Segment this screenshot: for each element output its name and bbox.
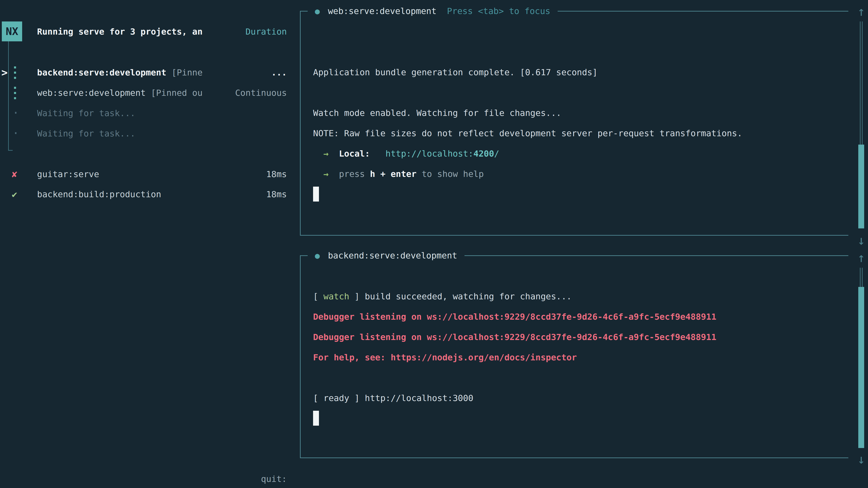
scroll-up-icon[interactable]: ↑ xyxy=(855,1,868,22)
waiting-dot-icon: · xyxy=(12,103,21,123)
log-line: → Local: http://localhost:4200/ xyxy=(313,143,842,164)
log-line: [ watch ] build succeeded, watching for … xyxy=(313,286,842,306)
task-duration: 18ms xyxy=(266,164,287,184)
log-line xyxy=(313,42,842,62)
log-line: → press h + enter to show help xyxy=(313,164,842,184)
task-duration: 18ms xyxy=(266,184,287,204)
panel-header: ● web:serve:development Press <tab> to f… xyxy=(300,1,848,21)
run-summary-title: Running serve for 3 projects, an xyxy=(37,22,203,42)
task-label: Waiting for task... xyxy=(37,123,135,144)
log-line: Application bundle generation complete. … xyxy=(313,62,842,83)
task-status-dot-icon: ● xyxy=(315,251,320,260)
log-line xyxy=(313,408,842,429)
log-line xyxy=(313,184,842,204)
log-line xyxy=(313,22,842,42)
scrollbar-track xyxy=(860,268,863,287)
quit-hint-label: quit: xyxy=(261,474,287,484)
log-line xyxy=(313,367,842,388)
log-line: Debugger listening on ws://localhost:922… xyxy=(313,327,842,347)
key-hints: quit: q help: ? xyxy=(227,449,287,488)
task-status-value: Continuous xyxy=(235,83,287,103)
nx-logo: NX xyxy=(2,22,22,41)
log-line: For help, see: https://nodejs.org/en/doc… xyxy=(313,347,842,367)
log-line: NOTE: Raw file sizes do not reflect deve… xyxy=(313,123,842,143)
pager: ← 1/1 → xyxy=(8,469,58,488)
panel-border xyxy=(300,255,308,256)
sidebar-header: Running serve for 3 projects, an Duratio… xyxy=(0,22,287,42)
log-line: Debugger listening on ws://localhost:922… xyxy=(313,306,842,327)
scrollbar-track xyxy=(860,22,863,144)
panel-border xyxy=(300,256,301,458)
scrollbar-thumb[interactable] xyxy=(858,287,864,448)
success-check-icon: ✔ xyxy=(12,184,21,204)
panel-header: ● backend:serve:development xyxy=(300,246,848,266)
task-row[interactable]: ·Waiting for task... xyxy=(0,103,287,123)
panel-border xyxy=(300,11,308,11)
panel-title: backend:serve:development xyxy=(328,251,457,260)
scroll-up-icon[interactable]: ↑ xyxy=(855,248,868,268)
task-label: backend:serve:development [Pinne xyxy=(37,62,203,83)
panel-border xyxy=(300,457,848,458)
completed-task-row[interactable]: ✔backend:build:production18ms xyxy=(0,184,287,204)
scrollbar-thumb[interactable] xyxy=(858,144,864,228)
spinner-icon xyxy=(12,83,21,103)
task-row[interactable]: ·Waiting for task... xyxy=(0,123,287,144)
task-row[interactable]: web:serve:development [Pinned ouContinuo… xyxy=(0,83,287,103)
completed-task-row[interactable]: ✘guitar:serve18ms xyxy=(0,164,287,184)
task-label: web:serve:development [Pinned ou xyxy=(37,83,203,103)
task-label: backend:build:production xyxy=(37,184,161,204)
scroll-down-icon[interactable]: ↓ xyxy=(855,449,868,469)
log-line xyxy=(313,83,842,103)
waiting-dot-icon: · xyxy=(12,123,21,144)
log-line: [ ready ] http://localhost:3000 xyxy=(313,388,842,408)
log-line: Watch mode enabled. Watching for file ch… xyxy=(313,103,842,123)
panel-border xyxy=(300,235,848,236)
task-status-value: ... xyxy=(271,62,287,83)
panel-focus-hint: Press <tab> to focus xyxy=(447,6,550,16)
task-row[interactable]: >backend:serve:development [Pinne... xyxy=(0,62,287,83)
log-output: [ watch ] build succeeded, watching for … xyxy=(313,266,842,429)
sidebar-footer: ← 1/1 → quit: q help: ? xyxy=(0,449,287,469)
panel-border xyxy=(558,11,848,11)
error-cross-icon: ✘ xyxy=(12,164,21,184)
duration-column-header: Duration xyxy=(246,22,287,42)
terminal-cursor xyxy=(313,411,319,426)
nx-terminal-ui: NX Running serve for 3 projects, an Dura… xyxy=(0,0,868,488)
task-label: guitar:serve xyxy=(37,164,99,184)
selected-task-caret-icon: > xyxy=(1,62,8,83)
scrollbar[interactable] xyxy=(858,268,864,457)
output-panel-web-serve[interactable]: ● web:serve:development Press <tab> to f… xyxy=(300,11,848,236)
panel-title: web:serve:development xyxy=(328,6,436,16)
panel-border xyxy=(465,255,848,256)
scrollbar[interactable] xyxy=(858,22,864,235)
panel-border xyxy=(300,11,301,236)
log-output: Application bundle generation complete. … xyxy=(313,22,842,204)
output-panel-backend-serve[interactable]: ● backend:serve:development [ watch ] bu… xyxy=(300,256,848,458)
task-label: Waiting for task... xyxy=(37,103,135,123)
task-status-dot-icon: ● xyxy=(315,6,320,16)
spinner-icon xyxy=(12,62,21,83)
terminal-cursor xyxy=(313,187,319,201)
log-line xyxy=(313,266,842,286)
